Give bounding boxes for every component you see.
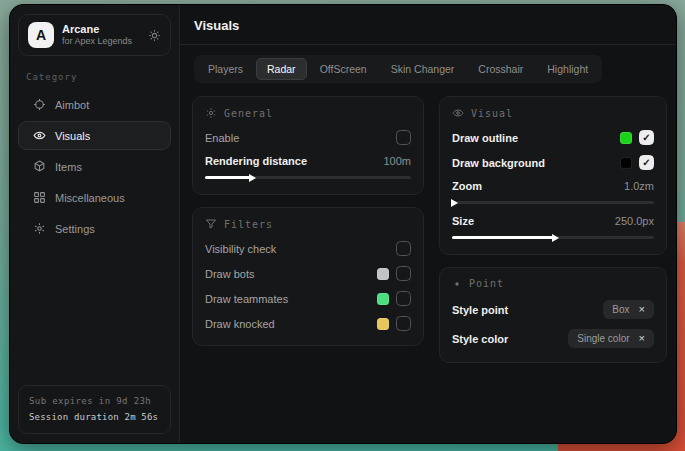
slider-fill [452, 236, 553, 239]
sidebar-item-settings[interactable]: Settings [18, 214, 171, 243]
enable-label: Enable [205, 132, 239, 144]
draw-knocked-color-swatch[interactable] [377, 318, 389, 330]
right-column: Visual Draw outline ✓ Draw background [439, 96, 667, 363]
draw-teammates-color-swatch[interactable] [377, 293, 389, 305]
zoom-label: Zoom [452, 180, 482, 192]
sidebar-item-label: Visuals [55, 130, 90, 142]
tab-offscreen[interactable]: OffScreen [309, 58, 378, 80]
rendering-distance-value: 100m [383, 155, 411, 167]
close-icon[interactable]: × [639, 333, 645, 344]
style-point-chip[interactable]: Box × [603, 300, 654, 319]
sub-expires-text: Sub expires in 9d 23h [29, 394, 160, 409]
draw-background-color-swatch[interactable] [620, 157, 632, 169]
point-card: Point Style point Box × Style color Sing… [439, 267, 667, 363]
size-slider-wrap [440, 232, 666, 245]
point-card-header: Point [440, 268, 666, 295]
filters-card-header: Filters [193, 208, 423, 236]
zoom-row: Zoom 1.0zm [440, 175, 666, 197]
sidebar-item-label: Items [55, 161, 82, 173]
gear-icon [33, 222, 46, 235]
draw-teammates-label: Draw teammates [205, 293, 288, 305]
draw-bots-color-swatch[interactable] [377, 268, 389, 280]
sidebar-item-aimbot[interactable]: Aimbot [18, 90, 171, 119]
funnel-icon [205, 218, 217, 230]
visual-card: Visual Draw outline ✓ Draw background [439, 96, 667, 255]
category-label: Category [26, 72, 179, 82]
draw-outline-color-swatch[interactable] [620, 132, 632, 144]
main-panel: Visuals Players Radar OffScreen Skin Cha… [180, 5, 677, 443]
draw-teammates-checkbox[interactable] [396, 291, 411, 306]
general-card: General Enable Rendering distance 100m [192, 96, 424, 195]
sidebar-item-miscellaneous[interactable]: Miscellaneous [18, 183, 171, 212]
visual-card-header: Visual [440, 97, 666, 125]
tab-radar[interactable]: Radar [256, 58, 307, 80]
tab-highlight[interactable]: Highlight [536, 58, 599, 80]
zoom-slider-wrap [440, 197, 666, 210]
enable-row: Enable [193, 125, 423, 150]
chip-label: Single color [577, 333, 629, 344]
brand-card: A Arcane for Apex Legends [18, 14, 171, 56]
general-card-header: General [193, 97, 423, 125]
draw-bots-checkbox[interactable] [396, 266, 411, 281]
slider-thumb[interactable] [249, 174, 256, 182]
size-slider[interactable] [452, 236, 654, 239]
tab-bar: Players Radar OffScreen Skin Changer Cro… [194, 55, 602, 83]
slider-fill [205, 176, 250, 179]
dot-icon [452, 279, 462, 289]
brand-text: Arcane for Apex Legends [62, 23, 140, 48]
style-point-label: Style point [452, 304, 508, 316]
zoom-value: 1.0zm [624, 180, 654, 192]
card-title: Filters [224, 219, 273, 230]
draw-knocked-checkbox[interactable] [396, 316, 411, 331]
sidebar-item-visuals[interactable]: Visuals [18, 121, 171, 150]
draw-knocked-row: Draw knocked [193, 311, 423, 336]
gear-icon[interactable] [148, 29, 161, 42]
filters-card: Filters Visibility check Draw bots [192, 207, 424, 346]
subscription-info-card: Sub expires in 9d 23h Session duration 2… [18, 385, 171, 434]
card-title: Point [469, 278, 504, 289]
crosshair-icon [33, 98, 46, 111]
app-subtitle: for Apex Legends [62, 36, 140, 47]
style-color-label: Style color [452, 333, 508, 345]
grid-icon [33, 191, 46, 204]
draw-background-label: Draw background [452, 157, 545, 169]
tab-crosshair[interactable]: Crosshair [467, 58, 534, 80]
draw-outline-checkbox[interactable]: ✓ [639, 130, 654, 145]
eye-icon [33, 129, 46, 142]
rendering-distance-slider[interactable] [205, 176, 411, 179]
draw-background-row: Draw background ✓ [440, 150, 666, 175]
visibility-check-row: Visibility check [193, 236, 423, 261]
draw-background-checkbox[interactable]: ✓ [639, 155, 654, 170]
check-icon: ✓ [642, 133, 650, 143]
tab-skin-changer[interactable]: Skin Changer [380, 58, 466, 80]
sidebar: A Arcane for Apex Legends Category Aimbo… [10, 5, 180, 443]
draw-outline-label: Draw outline [452, 132, 518, 144]
slider-thumb[interactable] [552, 234, 559, 242]
card-title: Visual [471, 108, 513, 119]
tabs-row: Players Radar OffScreen Skin Changer Cro… [180, 45, 677, 83]
app-window: A Arcane for Apex Legends Category Aimbo… [9, 4, 677, 444]
draw-bots-label: Draw bots [205, 268, 255, 280]
rendering-distance-row: Rendering distance 100m [193, 150, 423, 172]
draw-outline-row: Draw outline ✓ [440, 125, 666, 150]
sidebar-item-label: Settings [55, 223, 95, 235]
check-icon: ✓ [642, 158, 650, 168]
style-color-chip[interactable]: Single color × [568, 329, 654, 348]
slider-thumb[interactable] [451, 199, 458, 207]
size-row: Size 250.0px [440, 210, 666, 232]
close-icon[interactable]: × [639, 304, 645, 315]
enable-checkbox[interactable] [396, 130, 411, 145]
draw-bots-row: Draw bots [193, 261, 423, 286]
sidebar-item-items[interactable]: Items [18, 152, 171, 181]
cube-icon [33, 160, 46, 173]
gear-icon [205, 107, 217, 119]
app-name: Arcane [62, 23, 140, 37]
tab-players[interactable]: Players [197, 58, 254, 80]
chip-label: Box [612, 304, 629, 315]
visibility-check-checkbox[interactable] [396, 241, 411, 256]
style-color-row: Style color Single color × [440, 324, 666, 353]
rendering-distance-label: Rendering distance [205, 155, 307, 167]
zoom-slider[interactable] [452, 201, 654, 204]
size-label: Size [452, 215, 474, 227]
sidebar-item-label: Aimbot [55, 99, 89, 111]
